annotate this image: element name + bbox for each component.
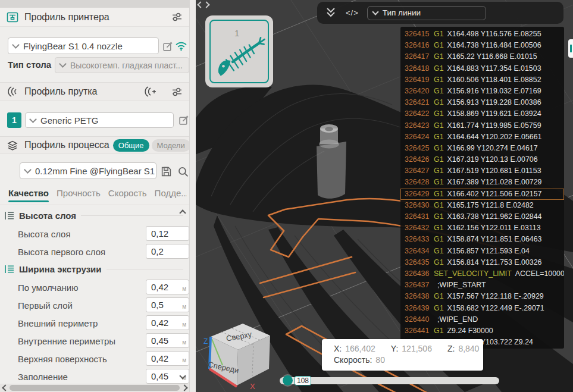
gcode-line[interactable]: 326440;WIPE_END — [400, 314, 564, 325]
gcode-line[interactable]: 326426G1X167.319 Y120.13 E.00706 — [400, 154, 564, 165]
gcode-command: G1 — [434, 224, 444, 232]
gcode-line[interactable]: 326434G1X156.857 Y121.593 E.04 — [400, 246, 564, 257]
gcode-line[interactable]: 326422G1X158.869 Y119.621 E.03924 — [400, 108, 564, 120]
setting-unit: м — [182, 339, 186, 346]
gcode-line[interactable]: 326430G1X165.175 Y121.8 E.02482 — [400, 200, 564, 211]
preview-toolbar: </> Тип линии — [317, 2, 563, 24]
gcode-line[interactable]: 326438G1X157.567 Y122.118 E-.20929 — [400, 291, 564, 302]
gcode-args: X156.916 Y119.032 E.07169 — [447, 87, 541, 95]
setting-unit: м — [182, 321, 186, 328]
gcode-line[interactable]: 326415G1X164.498 Y116.576 E.08255 — [400, 29, 564, 40]
setting-category-tabs: Качество Прочность Скорость Подде... — [8, 188, 187, 203]
gcode-line[interactable]: 326429G1X166.402 Y121.506 E.02157 — [400, 189, 564, 200]
section-title: Ширина экструзии — [19, 264, 102, 274]
gcode-line[interactable]: 326436SET_VELOCITY_LIMITACCEL=10000 — [400, 268, 564, 280]
bed-type-dropdown[interactable]: Высокотемп. гладкая пласт... — [55, 57, 189, 73]
line-type-dropdown[interactable]: Тип линии — [367, 6, 486, 20]
filament-settings-tune-icon[interactable] — [170, 85, 183, 98]
gcode-line[interactable]: 326439G1X158.682 Y122.449 E-.29071 — [400, 303, 564, 314]
edit-printer-icon[interactable] — [161, 40, 174, 53]
gcode-step-slider[interactable] — [280, 377, 499, 384]
setting-label: Заполнение — [18, 372, 68, 382]
gcode-line-number: 326434 — [405, 246, 434, 257]
slicer-app: Профиль принтера FlyingBear S1 0.4 nozzl… — [0, 0, 573, 392]
setting-input[interactable]: 0,42 м — [146, 280, 189, 294]
gcode-view-icon[interactable]: </> — [346, 8, 359, 17]
setting-input[interactable]: 0,42 м — [146, 315, 189, 330]
scrollbar-thumb[interactable] — [10, 385, 180, 391]
gcode-line[interactable]: 326423G1X161.774 Y119.985 E.05759 — [400, 120, 564, 131]
setting-input[interactable]: 0,5 м — [146, 297, 189, 312]
scroll-right-button[interactable] — [181, 384, 189, 392]
gcode-args: X164.644 Y120.202 E.05661 — [447, 133, 542, 141]
setting-input[interactable]: 0,45 м — [146, 333, 189, 348]
horizontal-scrollbar[interactable] — [0, 384, 189, 392]
filament-preset-dropdown[interactable]: Generic PETG — [25, 112, 174, 128]
setting-category-tab[interactable]: Прочность — [57, 188, 101, 203]
navigation-cube[interactable]: Сверху Спереди Z X — [199, 314, 276, 391]
add-filament-icon[interactable] — [144, 85, 157, 98]
gcode-line-number: 326433 — [405, 234, 434, 245]
process-scope-tab[interactable]: Общие — [113, 139, 149, 152]
gcode-line[interactable]: 326417G1X165.22 Y116.668 E.01015 — [400, 51, 564, 62]
gcode-line[interactable]: 326419G1X160.506 Y118.401 E.08852 — [400, 74, 564, 86]
gcode-args: X165.175 Y121.8 E.02482 — [447, 201, 534, 209]
scroll-left-button[interactable] — [0, 384, 8, 392]
gcode-line[interactable]: 326427G1X167.519 Y120.681 E.01153 — [400, 165, 564, 177]
gcode-line-number: 326430 — [405, 200, 434, 211]
gcode-command: G1 — [434, 76, 444, 84]
chevron-up-icon — [179, 209, 186, 216]
gcode-line[interactable]: 326424G1X164.644 Y120.202 E.05661 — [400, 131, 564, 143]
gcode-line[interactable]: 326431G1X163.738 Y121.962 E.02844 — [400, 211, 564, 222]
gcode-line[interactable]: 326420G1X156.916 Y119.032 E.07169 — [400, 86, 564, 97]
gcode-line[interactable]: 326441G1Z9.24 F30000 — [400, 325, 564, 337]
printer-preset-dropdown[interactable]: FlyingBear S1 0.4 nozzle — [8, 37, 159, 54]
gcode-line[interactable]: 326416G1X164.738 Y116.484 E.00506 — [400, 40, 564, 51]
setting-category-tab[interactable]: Подде... — [155, 188, 187, 203]
setting-input[interactable]: 0,12 — [146, 226, 189, 241]
y-value: 121,506 — [402, 344, 432, 353]
wifi-connection-icon[interactable] — [174, 39, 187, 52]
process-scope-tabs: Общие Модели Расшир — [111, 139, 189, 152]
gcode-line[interactable]: 326418G1X164.883 Y117.354 E.01503 — [400, 63, 564, 74]
process-preset-dropdown[interactable]: 0.12mm Fine @FlyingBear S1 — [20, 162, 156, 179]
gcode-line[interactable]: 326433G1X158.874 Y121.851 E.06463 — [400, 234, 564, 245]
setting-input[interactable]: 0,2 — [146, 244, 189, 259]
preview-viewport[interactable]: 1 — [196, 0, 573, 392]
process-scope-tab[interactable]: Модели — [152, 139, 189, 152]
filament-slot-badge[interactable]: 1 — [7, 112, 21, 128]
filament-preset-value: Generic PETG — [40, 115, 99, 126]
gcode-args: X167.319 Y120.13 E.00706 — [447, 155, 538, 164]
settings-scroll-up[interactable] — [179, 209, 187, 217]
gcode-command: G1 — [434, 190, 444, 198]
gcode-line[interactable]: 326437;WIPE_START — [400, 280, 564, 291]
edit-filament-icon[interactable] — [177, 114, 190, 127]
printer-profile-title: Профиль принтера — [24, 12, 109, 23]
printer-settings-tune-icon[interactable] — [170, 11, 183, 24]
gcode-list[interactable]: 326415G1X164.498 Y116.576 E.08255 326416… — [400, 27, 564, 349]
setting-category-tab[interactable]: Качество — [8, 188, 49, 203]
setting-input[interactable]: 0,42 м — [146, 351, 189, 366]
edge-panel-button[interactable] — [568, 39, 573, 58]
speed-label: Скорость: — [334, 355, 372, 365]
gcode-line[interactable]: 326425G1X166.99 Y120.274 E.04617 — [400, 143, 564, 154]
speed-value: 80 — [375, 355, 385, 365]
gcode-line-number: 326418 — [405, 63, 434, 74]
gcode-line[interactable]: 326421G1X156.913 Y119.228 E.00386 — [400, 97, 564, 108]
search-preset-icon[interactable] — [176, 165, 189, 178]
expand-panel-icon[interactable] — [325, 6, 336, 20]
save-preset-icon[interactable] — [159, 165, 173, 178]
gcode-command: G1 — [434, 304, 444, 312]
setting-category-tab[interactable]: Скорость — [108, 188, 147, 203]
gcode-args: X164.498 Y116.576 E.08255 — [447, 30, 541, 38]
settings-scroll-down[interactable] — [179, 372, 187, 380]
sidebar-collapse-icon[interactable] — [198, 2, 209, 7]
slider-handle[interactable] — [283, 375, 293, 385]
gcode-line[interactable]: 326435G1X156.814 Y121.753 E.00326 — [400, 257, 564, 268]
process-profile-header: Профиль процесса Общие Модели Расшир — [0, 136, 189, 154]
setting-row: Высота слоя 0,12 — [0, 225, 189, 243]
setting-value: 0,12 — [151, 228, 168, 239]
gcode-line[interactable]: 326428G1X167.389 Y121.028 E.00729 — [400, 177, 564, 188]
plate-thumbnail[interactable]: 1 — [205, 15, 273, 87]
gcode-line[interactable]: 326432G1X162.156 Y122.011 E.03113 — [400, 222, 564, 234]
